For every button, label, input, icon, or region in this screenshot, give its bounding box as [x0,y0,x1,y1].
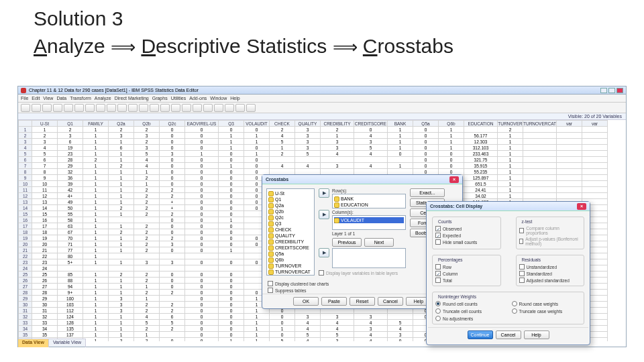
cell[interactable]: 3 [134,259,160,265]
row-number[interactable]: 14 [19,205,32,211]
cell[interactable]: 4 [295,163,321,169]
cell[interactable]: 0 [185,259,219,265]
cell[interactable]: 1 [83,272,109,278]
cell[interactable]: 1 [83,127,109,133]
cell[interactable]: 2 [58,127,83,133]
cell[interactable]: 0 [185,320,219,326]
cell[interactable]: 0 [160,157,185,163]
row-number[interactable]: 32 [19,314,32,320]
cell[interactable] [557,157,582,163]
cell[interactable]: 0 [219,302,244,308]
cell[interactable]: 233.463 [464,151,498,157]
toolbar-button[interactable] [150,104,159,112]
menu-edit[interactable]: Edit [32,96,40,101]
checkbox[interactable] [435,239,441,245]
cell[interactable]: 0 [413,163,439,169]
cell[interactable]: 0 [219,211,244,217]
cell[interactable]: 5 [295,332,321,338]
cell[interactable]: + [160,205,185,211]
cell[interactable] [134,217,160,223]
cell[interactable]: 2 [109,338,134,342]
row-number[interactable]: 18 [19,229,32,235]
toolbar-button[interactable] [85,104,95,112]
checkbox[interactable] [435,264,441,269]
cell[interactable] [582,193,608,199]
cell[interactable]: 2 [134,205,160,211]
cell[interactable] [219,253,244,259]
cell[interactable]: 2 [134,127,160,133]
cell[interactable]: 0 [219,181,244,187]
cell[interactable] [557,175,582,181]
cell[interactable]: 1 [270,145,295,151]
row-number[interactable]: 9 [19,175,32,181]
toolbar-button[interactable] [107,104,116,112]
variable-item[interactable]: CREDITSCORE [268,245,313,251]
cell[interactable]: 15 [32,211,58,217]
column-header[interactable]: Q2b [134,121,160,127]
column-header[interactable]: var [557,121,582,127]
cell[interactable]: 0 [270,320,295,326]
cell[interactable]: 0 [219,199,244,205]
cell[interactable]: 0 [439,157,464,163]
cell[interactable]: 3 [295,145,321,151]
cell[interactable]: 0 [388,338,413,342]
cell[interactable] [134,265,160,272]
cell[interactable]: 2 [134,211,160,217]
tab-variable-view[interactable]: Variable View [49,339,86,347]
cell[interactable]: 12 [32,193,58,199]
row-number[interactable]: 17 [19,223,32,229]
cell[interactable]: 80 [58,253,83,259]
cell[interactable]: 5 [32,151,58,157]
cell[interactable] [109,265,134,272]
toolbar-button[interactable] [64,104,73,112]
cell[interactable]: 1 [83,175,109,181]
cell[interactable] [582,127,608,133]
cell[interactable]: 0 [185,247,219,253]
cell[interactable]: 0 [219,314,244,320]
cell[interactable]: 22 [32,253,58,259]
toolbar-button[interactable] [160,104,170,112]
row-number[interactable]: 13 [19,199,32,205]
row-number[interactable]: 23 [19,259,32,265]
cell[interactable] [109,253,134,259]
cell[interactable]: 321.75 [464,157,498,163]
menu-view[interactable]: View [43,96,53,101]
row-number[interactable]: 16 [19,217,32,223]
cell[interactable]: 0 [185,223,219,229]
cell[interactable]: 0 [185,229,219,235]
column-header[interactable]: Q5a [413,121,439,127]
variable-item[interactable]: CHECK [268,227,313,233]
cell[interactable] [557,145,582,151]
cell[interactable]: 9 [32,175,58,181]
column-header[interactable]: Q6b [439,121,464,127]
cell[interactable]: 8 [32,169,58,175]
cell[interactable]: 0 [219,241,244,247]
column-header[interactable]: CREDIBILITY [321,121,354,127]
cell[interactable]: 6 [32,157,58,163]
cell[interactable]: 3 [321,145,354,151]
cell[interactable] [582,151,608,157]
cell[interactable]: 2 [134,247,160,253]
cell[interactable]: 2 [160,302,185,308]
row-variable[interactable]: EDUCATION [334,202,404,208]
cell[interactable]: 55.235 [464,169,498,175]
variable-item[interactable]: Q2a [268,202,313,208]
radio[interactable] [435,301,441,306]
cell[interactable] [58,265,83,272]
cell[interactable]: 1 [83,163,109,169]
row-number[interactable]: 6 [19,157,32,163]
cell[interactable]: 35.915 [464,163,498,169]
move-to-rows-button[interactable]: ▶ [319,188,329,198]
cell[interactable]: 2 [160,308,185,314]
close-button[interactable] [616,88,623,93]
cell[interactable]: 77 [58,247,83,253]
cell[interactable] [295,157,321,163]
toolbar-button[interactable] [42,104,52,112]
variable-item[interactable]: Q5a [268,251,313,257]
variable-item[interactable]: TURNOVERCAT [268,269,313,275]
cell[interactable] [582,187,608,193]
cell[interactable]: 20 [32,241,58,247]
cell[interactable]: 0 [439,163,464,169]
cell[interactable]: 1 [109,211,134,217]
cell[interactable]: 0 [439,151,464,157]
